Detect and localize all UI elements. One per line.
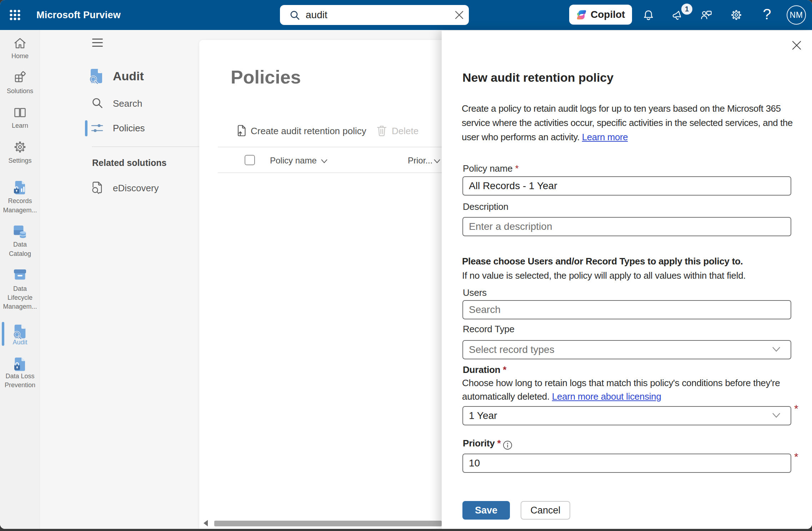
app-title: Microsoft Purview [36,0,121,30]
page-title: Policies [231,67,301,87]
duration-required-mark: * [794,403,798,415]
home-icon [13,36,27,51]
record-type-select[interactable]: Select record types [462,340,791,359]
duration-chevron-icon [771,412,781,419]
duration-help-line-1: Choose how long to retain logs that matc… [462,376,780,390]
notification-badge: 1 [681,4,692,15]
global-search [280,5,469,25]
sidebar-active-indicator [85,120,87,136]
avatar[interactable]: NM [787,5,806,25]
create-policy-label: Create audit retention policy [251,126,366,137]
hamburger-bar [92,39,103,40]
duration-help-line-2: automatically deleted. Learn more about … [462,390,661,403]
solutions-icon [13,71,27,85]
rail-item-learn[interactable] [0,105,40,121]
rail-label-solutions[interactable]: Solutions [0,86,40,96]
intro-line-3: user who performs an activity. Learn mor… [462,130,793,144]
rail-label-learn[interactable]: Learn [0,121,40,130]
data-lifecycle-icon [12,267,28,282]
data-loss-prevention-icon [12,356,28,372]
scroll-left-arrow[interactable] [204,520,208,526]
priority-required-asterisk: * [497,438,501,449]
learn-more-link[interactable]: Learn more [582,132,628,142]
panel-title: New audit retention policy [462,70,613,85]
description-input[interactable] [462,217,791,236]
waffle-icon[interactable] [9,9,21,21]
policy-name-label: Policy name * [463,163,518,174]
rail-label-catalog-2[interactable]: Catalog [0,249,40,258]
hamburger-bar [92,42,103,43]
priority-label-text: Priority [463,438,495,449]
rail-item-dlp[interactable] [0,356,40,374]
learn-icon [13,105,27,120]
select-all-checkbox[interactable] [245,155,255,165]
rail-item-data-catalog[interactable] [0,224,40,241]
sidebar-item-search[interactable]: Search [113,98,142,108]
hamburger-icon[interactable] [92,39,103,47]
copilot-icon [575,9,588,21]
rail-label-lifecycle-3[interactable]: Managem... [0,302,40,311]
intro-line-1: Create a policy to retain audit logs for… [462,101,793,116]
column-header-policy-name[interactable]: Policy name [270,156,317,165]
feedback-icon[interactable] [700,9,713,21]
priority-required-mark: * [794,451,798,463]
hamburger-bar [92,46,103,47]
save-button[interactable]: Save [462,501,510,520]
settings-gear-icon[interactable] [730,9,743,21]
rail-item-records-management[interactable] [0,180,40,197]
audit-rail-icon [12,324,28,339]
cancel-button[interactable]: Cancel [521,501,570,520]
users-search-input[interactable] [462,300,791,319]
licensing-link[interactable]: Learn more about licensing [552,391,661,402]
rail-label-catalog-1[interactable]: Data [0,240,40,249]
rail-label-home[interactable]: Home [0,51,40,61]
intro-line-2: service where the activities occur, spec… [462,116,793,130]
help-icon[interactable]: ? [760,0,774,30]
search-input[interactable] [306,5,441,25]
rail-label-dlp-1[interactable]: Data Loss [0,371,40,381]
rail-label-lifecycle-2[interactable]: Lifecycle [0,293,40,302]
intro-line-3-text: user who performs an activity. [462,132,582,142]
required-asterisk: * [515,163,518,174]
column-header-priority[interactable]: Prior... [408,156,432,165]
bell-icon[interactable] [642,9,655,21]
duration-help-line-2-text: automatically deleted. [462,391,552,402]
record-type-label: Record Type [463,323,515,335]
duration-select[interactable]: 1 Year [462,406,791,425]
rail-label-settings[interactable]: Settings [0,156,40,165]
users-label: Users [463,287,487,298]
sidebar-section-title[interactable]: Audit [113,69,144,84]
rail-item-solutions[interactable] [0,71,40,86]
ediscovery-icon [91,181,105,195]
priority-label: Priority * [463,438,501,449]
rail-label-dlp-2[interactable]: Prevention [0,380,40,390]
duration-required-asterisk: * [503,364,506,375]
choose-subtext: If no value is selected, the policy will… [462,268,746,283]
priority-chevron-icon[interactable] [433,158,441,164]
panel-intro-text: Create a policy to retain audit logs for… [462,101,793,144]
choose-heading: Please choose Users and/or Record Types … [462,254,743,268]
rail-label-records-2[interactable]: Managem... [0,206,40,215]
policies-icon [91,122,104,135]
rail-label-audit[interactable]: Audit [0,338,40,347]
policy-name-label-text: Policy name [463,163,512,174]
data-catalog-icon [12,224,28,239]
rail-label-lifecycle-1[interactable]: Data [0,284,40,293]
priority-input[interactable] [462,454,791,473]
close-panel-icon[interactable] [791,40,802,51]
clear-search-icon[interactable] [455,10,464,20]
sidebar-item-policies[interactable]: Policies [113,123,145,133]
solution-sidebar: Audit Search Policies Related solutions [40,30,199,529]
info-icon[interactable] [503,440,512,450]
policy-name-input[interactable] [462,176,791,196]
rail-label-records[interactable]: Records [0,196,40,206]
delete-label: Delete [392,126,418,137]
description-label: Description [463,201,508,212]
rail-item-settings[interactable] [0,140,40,156]
sort-chevron-icon[interactable] [320,158,328,164]
sidebar-item-ediscovery[interactable]: eDiscovery [113,183,159,193]
horizontal-scrollbar-thumb[interactable] [214,521,442,526]
rail-item-home[interactable] [0,36,40,52]
rail-item-data-lifecycle[interactable] [0,267,40,284]
copilot-button[interactable]: Copilot [569,5,632,25]
